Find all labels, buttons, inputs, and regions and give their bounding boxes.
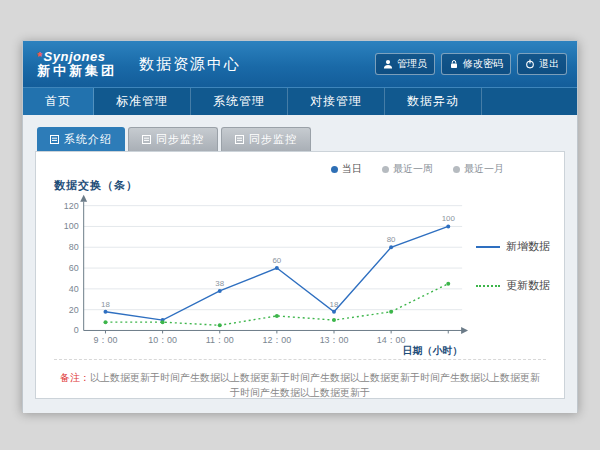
footnote-label: 备注： xyxy=(60,372,90,383)
svg-text:100: 100 xyxy=(64,221,79,231)
period-last-week-label: 最近一周 xyxy=(393,162,433,176)
tab-sync-monitor-1[interactable]: 同步监控 xyxy=(128,127,218,151)
footnote-text: 以上数据更新于时间产生数据以上数据更新于时间产生数据以上数据更新于时间产生数据以… xyxy=(90,372,540,398)
svg-text:10：00: 10：00 xyxy=(148,335,177,345)
svg-text:60: 60 xyxy=(69,263,79,273)
app-window: *Synjones 新中新集团 数据资源中心 管理员 修改密码 退出 首页 标准… xyxy=(22,40,578,412)
tab-system-intro[interactable]: 系统介绍 xyxy=(37,127,125,151)
svg-text:80: 80 xyxy=(387,235,396,244)
power-icon xyxy=(525,59,535,69)
page-title: 数据资源中心 xyxy=(139,55,241,74)
lock-icon xyxy=(449,59,459,69)
period-today[interactable]: 当日 xyxy=(331,162,362,176)
period-last-month-dot-icon xyxy=(453,166,460,173)
app-header: *Synjones 新中新集团 数据资源中心 管理员 修改密码 退出 xyxy=(23,41,577,87)
tab-sync-monitor-2-label: 同步监控 xyxy=(249,132,297,147)
period-last-month-label: 最近一月 xyxy=(464,162,504,176)
chart-y-axis-title: 数据交换（条） xyxy=(54,178,550,193)
legend-update-data-line-icon xyxy=(476,285,500,287)
chart-row: 0204060801001209：0010：0011：0012：0013：001… xyxy=(50,193,550,357)
user-icon xyxy=(383,59,393,69)
legend-new-data-label: 新增数据 xyxy=(506,239,550,254)
tab-sync-monitor-1-label: 同步监控 xyxy=(156,132,204,147)
svg-text:13：00: 13：00 xyxy=(320,335,349,345)
svg-text:14：00: 14：00 xyxy=(377,335,406,345)
period-today-label: 当日 xyxy=(342,162,362,176)
svg-text:100: 100 xyxy=(442,215,456,224)
svg-text:60: 60 xyxy=(272,256,281,265)
tab-system-intro-label: 系统介绍 xyxy=(64,132,112,147)
logo-brand: *Synjones xyxy=(37,50,117,64)
svg-text:日期（小时）: 日期（小时） xyxy=(403,345,462,356)
svg-text:11：00: 11：00 xyxy=(206,335,234,345)
nav-item-integration-mgmt[interactable]: 对接管理 xyxy=(288,88,385,115)
logo-company: 新中新集团 xyxy=(37,64,117,78)
svg-text:18: 18 xyxy=(330,300,339,309)
period-today-dot-icon xyxy=(331,166,338,173)
panel-icon xyxy=(50,135,59,144)
svg-text:120: 120 xyxy=(64,201,79,211)
period-last-month[interactable]: 最近一月 xyxy=(453,162,504,176)
content-area: 系统介绍 同步监控 同步监控 当日 最近一周 xyxy=(23,115,577,413)
svg-text:40: 40 xyxy=(69,284,79,294)
admin-user-button[interactable]: 管理员 xyxy=(375,53,435,75)
panel-icon xyxy=(235,135,244,144)
series-legend: 新增数据 更新数据 xyxy=(476,193,550,293)
svg-text:38: 38 xyxy=(215,279,224,288)
nav-item-home[interactable]: 首页 xyxy=(23,88,94,115)
change-password-label: 修改密码 xyxy=(463,57,503,71)
svg-text:12：00: 12：00 xyxy=(263,335,292,345)
legend-new-data[interactable]: 新增数据 xyxy=(476,239,550,254)
logout-label: 退出 xyxy=(539,57,559,71)
change-password-button[interactable]: 修改密码 xyxy=(441,53,511,75)
logo-brand-text: Synjones xyxy=(44,49,106,64)
panel-icon xyxy=(142,135,151,144)
header-actions: 管理员 修改密码 退出 xyxy=(375,53,567,75)
period-last-week-dot-icon xyxy=(382,166,389,173)
svg-text:0: 0 xyxy=(74,325,79,335)
nav-item-system-mgmt[interactable]: 系统管理 xyxy=(191,88,288,115)
svg-text:80: 80 xyxy=(69,242,79,252)
footnote: 备注：以上数据更新于时间产生数据以上数据更新于时间产生数据以上数据更新于时间产生… xyxy=(50,370,550,399)
legend-update-data[interactable]: 更新数据 xyxy=(476,278,550,293)
nav-item-data-change[interactable]: 数据异动 xyxy=(385,88,482,115)
period-last-week[interactable]: 最近一周 xyxy=(382,162,433,176)
data-exchange-line-chart: 0204060801001209：0010：0011：0012：0013：001… xyxy=(50,193,476,357)
svg-text:20: 20 xyxy=(69,305,79,315)
tab-sync-monitor-2[interactable]: 同步监控 xyxy=(221,127,311,151)
svg-text:18: 18 xyxy=(101,300,110,309)
note-divider xyxy=(54,359,546,360)
svg-text:9：00: 9：00 xyxy=(94,335,118,345)
main-nav: 首页 标准管理 系统管理 对接管理 数据异动 xyxy=(23,87,577,115)
logout-button[interactable]: 退出 xyxy=(517,53,567,75)
chart-panel: 当日 最近一周 最近一月 数据交换（条） 0204060801001209：00… xyxy=(35,151,565,399)
logo: *Synjones 新中新集团 xyxy=(37,50,117,79)
logo-star-icon: * xyxy=(37,49,43,64)
tab-bar: 系统介绍 同步监控 同步监控 xyxy=(37,127,565,151)
nav-item-standard-mgmt[interactable]: 标准管理 xyxy=(94,88,191,115)
period-legend: 当日 最近一周 最近一月 xyxy=(50,162,550,176)
legend-new-data-line-icon xyxy=(476,246,500,248)
admin-user-label: 管理员 xyxy=(397,57,427,71)
legend-update-data-label: 更新数据 xyxy=(506,278,550,293)
